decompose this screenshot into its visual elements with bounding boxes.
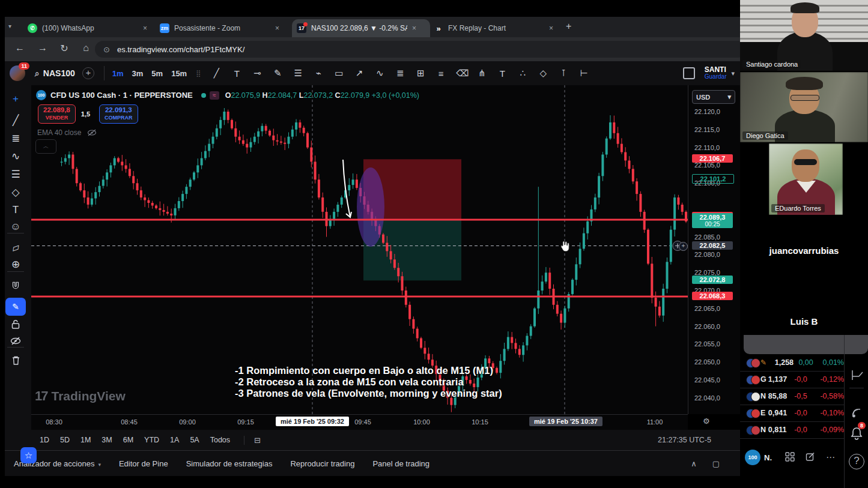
time-axis[interactable]: 08:3008:4509:0009:1509:4510:0010:1511:00… — [31, 414, 688, 430]
video-tile[interactable]: EDuardo Torres — [769, 143, 843, 215]
bars-pattern-icon[interactable]: ⊢ — [578, 68, 589, 79]
back-icon[interactable]: ← — [13, 43, 26, 53]
range-3M[interactable]: 3M — [102, 436, 112, 444]
currency-selector[interactable]: USD▾ — [692, 90, 735, 104]
bottom-tab[interactable]: Panel de trading — [372, 459, 429, 468]
video-tile[interactable]: Diego Gatica — [740, 72, 868, 142]
more-options-icon[interactable]: ⋯ — [826, 452, 835, 463]
range-1A[interactable]: 1A — [170, 436, 179, 444]
parallel-channel-icon[interactable]: ☰ — [293, 68, 303, 79]
object-tree-icon[interactable] — [845, 368, 868, 382]
range-6M[interactable]: 6M — [123, 436, 133, 444]
browser-tab[interactable]: zmPosasistente - Zoom× — [155, 19, 292, 37]
bottom-tab[interactable]: Simulador de estrategias — [186, 459, 273, 468]
avatar[interactable]: 11 — [10, 65, 25, 81]
panel-maximize-icon[interactable]: ▢ — [712, 459, 720, 468]
data-window-signal-icon[interactable] — [845, 405, 868, 420]
text-icon[interactable]: T — [497, 68, 508, 79]
interval-1m[interactable]: 1m — [112, 69, 124, 78]
rectangle-icon[interactable]: ▭ — [333, 68, 344, 79]
eraser-icon[interactable]: ⌫ — [456, 68, 467, 79]
url-bar[interactable]: ⊙ es.tradingview.com/chart/P1FtcMYK/ — [95, 41, 746, 58]
axis-settings-gear-icon[interactable]: ⚙ — [703, 417, 710, 426]
site-info-icon[interactable]: ⊙ — [103, 45, 110, 54]
range-YTD[interactable]: YTD — [144, 436, 159, 444]
polygon-icon[interactable]: ◇ — [538, 68, 548, 79]
video-tile[interactable]: Santiago cardona — [740, 0, 868, 71]
dashed-line-icon[interactable]: ⌁ — [313, 68, 324, 79]
watchlist-row[interactable]: ✎1,2580,000,01% — [740, 354, 844, 372]
range-Todos[interactable]: Todos — [210, 436, 230, 444]
interval-5m[interactable]: 5m — [151, 69, 163, 78]
tab-close-icon[interactable]: × — [275, 24, 279, 32]
compose-icon[interactable] — [806, 452, 815, 462]
goto-date-icon[interactable]: ⊟ — [244, 436, 261, 445]
watchlist-row[interactable]: N85,88-0,5-0,58% — [740, 388, 844, 405]
layout-select-icon[interactable] — [683, 67, 695, 79]
browser-tab[interactable]: »FX Replay - Chart× — [429, 19, 565, 37]
chart-legend[interactable]: 100 CFD US 100 Cash · 1 · PEPPERSTONE ≈ … — [36, 90, 419, 100]
tab-close-icon[interactable]: × — [549, 24, 553, 32]
symbol-search[interactable]: ⌕ NAS100 — [35, 68, 75, 79]
interval-15m[interactable]: 15m — [171, 69, 187, 78]
price-range-icon[interactable]: ⊺ — [558, 68, 569, 79]
grid-icon[interactable]: ⊞ — [415, 68, 426, 79]
account-menu[interactable]: SANTI Guardar — [705, 66, 727, 80]
browser-tab[interactable]: ✆(100) WhatsApp× — [23, 19, 160, 37]
home-icon[interactable]: ⌂ — [79, 43, 93, 53]
zigzag-icon[interactable]: ∿ — [374, 68, 385, 79]
eye-hidden-icon[interactable] — [87, 129, 97, 136]
add-symbol-button[interactable]: + — [82, 67, 94, 79]
symbol-title[interactable]: CFD US 100 Cash · 1 · PEPPERSTONE — [50, 91, 193, 100]
chevron-down-icon[interactable]: ▾ — [731, 70, 735, 77]
bottom-tab[interactable]: Editor de Pine — [119, 459, 168, 468]
ruler-tool-icon[interactable]: ▱ — [0, 236, 32, 259]
drawing-lock-button[interactable]: ✎ — [5, 298, 26, 316]
trade-buttons: 22.089,8VENDER 1,5 22.091,3COMPRAR — [38, 104, 138, 124]
clock[interactable]: 21:27:35 UTC-5 — [658, 436, 711, 444]
range-1D[interactable]: 1D — [40, 436, 49, 444]
buy-button[interactable]: 22.091,3COMPRAR — [99, 104, 138, 124]
price-axis[interactable]: USD▾ 22.120,022.115,022.110,022.105,022.… — [688, 85, 741, 414]
alerts-bell[interactable]: 8 — [845, 426, 868, 443]
brush-icon[interactable]: ✎ — [272, 68, 283, 79]
anchored-text-icon[interactable]: T — [231, 68, 242, 79]
panel-collapse-icon[interactable]: ∧ — [691, 459, 697, 468]
trend-line-icon[interactable]: ╱ — [211, 68, 222, 79]
interval-3m[interactable]: 3m — [132, 69, 144, 78]
bottom-tab[interactable]: Reproducir trading — [290, 459, 354, 468]
range-1M[interactable]: 1M — [80, 436, 91, 444]
forward-icon[interactable]: → — [36, 43, 49, 53]
range-5D[interactable]: 5D — [60, 436, 70, 444]
sell-button[interactable]: 22.089,8VENDER — [38, 104, 76, 124]
ellipse-drawing[interactable] — [357, 167, 384, 247]
horizontal-lines-icon[interactable]: ≡ — [436, 68, 446, 79]
indicator-legend[interactable]: EMA 40 close — [37, 128, 97, 137]
tab-close-icon[interactable]: × — [412, 24, 416, 32]
legend-collapse-button[interactable]: ︿ — [35, 139, 56, 154]
watchlist-symbol-logo[interactable]: 100 — [745, 450, 760, 465]
help-icon[interactable]: ? — [845, 454, 868, 469]
watchlist-row[interactable]: E0,941-0,0-0,10% — [740, 405, 844, 422]
new-tab-button[interactable]: + — [566, 21, 571, 32]
save-button[interactable]: Guardar — [705, 73, 727, 80]
horizontal-ray-icon[interactable]: ⊸ — [252, 68, 263, 79]
participant-name[interactable]: Luis B — [740, 316, 868, 327]
arrow-ray-icon[interactable]: ↗ — [354, 68, 365, 79]
tab-close-icon[interactable]: × — [143, 24, 147, 32]
toolbar-grip-icon[interactable]: ⣿ — [196, 70, 201, 77]
favorites-star-button[interactable]: ☆ — [20, 447, 37, 463]
grid-view-icon[interactable] — [785, 452, 795, 462]
range-5A[interactable]: 5A — [190, 436, 199, 444]
participant-name[interactable]: juancovarrubias — [740, 246, 868, 256]
watchlist-row[interactable]: G1,137-0,0-0,12% — [740, 371, 844, 388]
chart-canvas[interactable]: 100 CFD US 100 Cash · 1 · PEPPERSTONE ≈ … — [31, 85, 688, 414]
tab-search-chevron-icon[interactable]: ▾ — [8, 23, 11, 29]
reload-icon[interactable]: ↻ — [58, 43, 71, 54]
fib-lines-icon[interactable]: ≣ — [395, 68, 405, 79]
pitchfork-icon[interactable]: ⋔ — [476, 68, 487, 79]
add-alert-plus-icon[interactable]: + — [679, 242, 688, 251]
watchlist-row[interactable]: N0,811-0,0-0,09% — [740, 421, 844, 439]
pattern-icon[interactable]: ∴ — [517, 68, 528, 79]
browser-tab[interactable]: 17NAS100 22.089,6 ▼ -0.2% SAN× — [292, 19, 430, 37]
